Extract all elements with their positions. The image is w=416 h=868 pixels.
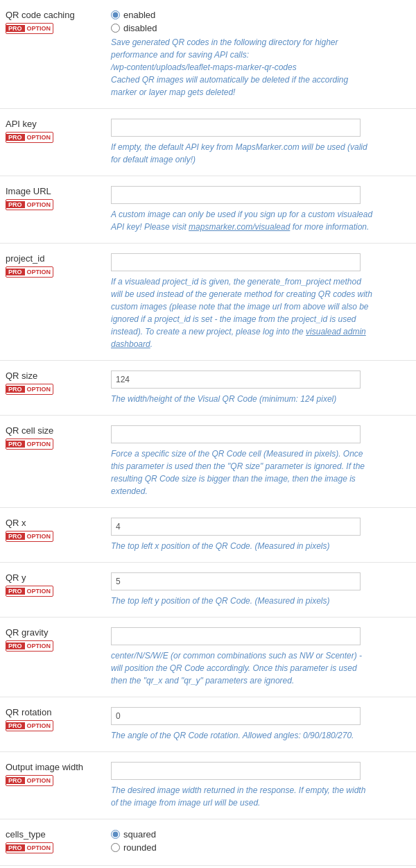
row-qr-rotation: QR rotation PROOPTION The angle of the Q… [0,697,416,752]
image-url-label-cell: Image URL PROOPTION [0,176,111,244]
qr-rotation-label: QR rotation [6,707,104,717]
qr-gravity-label: QR gravity [6,627,104,638]
pro-label: PRO [6,25,24,32]
pro-label: PRO [6,441,24,448]
pro-option-badge: PROOPTION [6,439,53,450]
qr-x-value-cell: The top left x position of the QR Code. … [111,508,416,563]
pro-option-badge: PROOPTION [6,842,53,853]
row-qr-y: QR y PROOPTION The top left y position o… [0,563,416,618]
qr-size-label-cell: QR size PROOPTION [0,361,111,416]
row-qr-cell-size: QR cell size PROOPTION Force a specific … [0,416,416,508]
cells-type-label: cells_type [6,829,104,840]
qr-code-caching-enabled-radio[interactable] [111,10,120,19]
row-qr-code-caching: QR code caching PROOPTION enabled disabl… [0,0,416,109]
settings-table: QR code caching PROOPTION enabled disabl… [0,0,416,868]
cells-type-label-cell: cells_type PROOPTION [0,819,111,866]
qr-x-label: QR x [6,518,104,528]
pro-option-badge: PROOPTION [6,531,53,542]
cells-type-radio-group: squared rounded [111,829,409,853]
qr-code-caching-value-cell: enabled disabled Save generated QR codes… [111,0,416,109]
image-url-value-cell: A custom image can only be used if you s… [111,176,416,244]
qr-x-label-cell: QR x PROOPTION [0,508,111,563]
option-label: OPTION [24,844,53,851]
pro-label: PRO [6,533,24,540]
cells-type-rounded-radio[interactable] [111,843,120,852]
api-key-label-cell: API key PROOPTION [0,109,111,176]
qr-caching-desc: Save generated QR codes in the following… [111,36,374,99]
cells-type-squared-radio[interactable] [111,830,120,839]
visualead-admin-link[interactable]: visualead admin dashboard [111,327,366,349]
qr-code-caching-disabled-radio[interactable] [111,24,120,33]
row-qr-gravity: QR gravity PROOPTION center/N/S/W/E (or … [0,618,416,697]
pro-label: PRO [6,643,24,649]
project-id-label: project_id [6,253,104,264]
pro-option-badge: PROOPTION [6,132,53,143]
pro-label: PRO [6,386,24,393]
pro-label: PRO [6,134,24,141]
project-id-input[interactable] [111,253,361,271]
qr-gravity-desc: center/N/S/W/E (or common combinations s… [111,649,374,687]
qr-gravity-value-cell: center/N/S/W/E (or common combinations s… [111,618,416,697]
markers-type-label-cell: markers_type PROOPTION [0,866,111,869]
qr-y-label: QR y [6,572,104,583]
row-output-image-width: Output image width PROOPTION The desired… [0,752,416,819]
visualead-link[interactable]: mapsmarker.com/visualead [189,222,290,232]
image-url-input[interactable] [111,186,361,204]
qr-x-input[interactable] [111,518,361,536]
option-label: OPTION [24,441,53,448]
qr-code-caching-label: QR code caching [6,10,104,20]
output-image-width-label: Output image width [6,762,104,772]
pro-option-badge: PROOPTION [6,720,53,731]
option-label: OPTION [24,134,53,141]
qr-size-input[interactable] [111,371,361,389]
option-label: OPTION [24,269,53,275]
output-image-width-value-cell: The desired image width returned in the … [111,752,416,819]
qr-rotation-input[interactable] [111,707,361,725]
row-api-key: API key PROOPTION If empty, the default … [0,109,416,176]
row-markers-type: markers_type PROOPTION squared rounded [0,866,416,869]
radio-row-rounded: rounded [111,842,409,853]
qr-y-desc: The top left y position of the QR Code. … [111,595,374,607]
qr-gravity-input[interactable] [111,627,361,645]
row-cells-type: cells_type PROOPTION squared rounded [0,819,416,866]
option-label: OPTION [24,386,53,393]
qr-y-input[interactable] [111,572,361,590]
pro-option-badge: PROOPTION [6,266,53,278]
qr-size-label: QR size [6,371,104,381]
option-label: OPTION [24,25,53,32]
option-label: OPTION [24,722,53,729]
pro-label: PRO [6,269,24,275]
qr-code-caching-disabled-label: disabled [123,23,157,33]
qr-size-value-cell: The width/height of the Visual QR Code (… [111,361,416,416]
pro-option-badge: PROOPTION [6,586,53,597]
qr-rotation-value-cell: The angle of the QR Code rotation. Allow… [111,697,416,752]
qr-x-desc: The top left x position of the QR Code. … [111,540,374,552]
pro-label: PRO [6,844,24,851]
qr-cell-size-desc: Force a specific size of the QR Code cel… [111,448,374,497]
qr-cell-size-value-cell: Force a specific size of the QR Code cel… [111,416,416,508]
row-qr-size: QR size PROOPTION The width/height of th… [0,361,416,416]
output-image-width-input[interactable] [111,762,361,780]
output-image-width-label-cell: Output image width PROOPTION [0,752,111,819]
qr-rotation-label-cell: QR rotation PROOPTION [0,697,111,752]
row-qr-x: QR x PROOPTION The top left x position o… [0,508,416,563]
qr-y-label-cell: QR y PROOPTION [0,563,111,618]
option-label: OPTION [24,643,53,649]
project-id-value-cell: If a visualead project_id is given, the … [111,244,416,361]
api-key-value-cell: If empty, the default API key from MapsM… [111,109,416,176]
option-label: OPTION [24,201,53,208]
api-key-input[interactable] [111,119,361,137]
api-key-desc: If empty, the default API key from MapsM… [111,141,374,166]
pro-option-badge: PROOPTION [6,640,53,652]
pro-option-badge: PROOPTION [6,384,53,395]
image-url-label: Image URL [6,186,104,196]
radio-row-disabled: disabled [111,23,409,33]
row-project-id: project_id PROOPTION If a visualead proj… [0,244,416,361]
project-id-label-cell: project_id PROOPTION [0,244,111,361]
pro-label: PRO [6,588,24,595]
image-url-desc: A custom image can only be used if you s… [111,208,374,233]
row-image-url: Image URL PROOPTION A custom image can o… [0,176,416,244]
qr-code-caching-label-cell: QR code caching PROOPTION [0,0,111,109]
qr-cell-size-label: QR cell size [6,425,104,436]
qr-cell-size-input[interactable] [111,425,361,443]
